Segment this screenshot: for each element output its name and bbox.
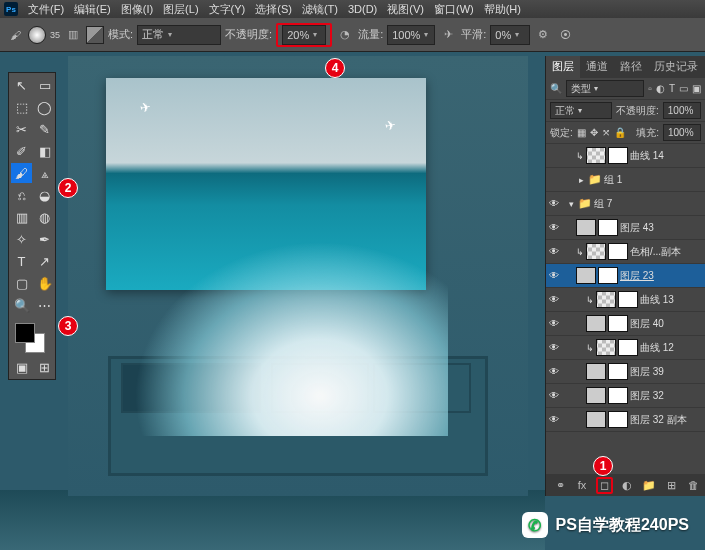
menu-item[interactable]: 文字(Y) [209,2,246,17]
brush-tool[interactable]: 🖌 [11,163,32,183]
menu-item[interactable]: 图层(L) [163,2,198,17]
mask-thumb[interactable] [618,339,638,356]
pressure-opacity-icon[interactable]: ◔ [336,26,354,44]
visibility-icon[interactable]: 👁 [546,246,562,257]
mask-thumb[interactable] [618,291,638,308]
hand-tool[interactable]: ✋ [34,273,55,293]
menu-item[interactable]: 窗口(W) [434,2,474,17]
layer-row[interactable]: 👁▾📁组 7 [546,192,705,216]
foreground-color-swatch[interactable] [15,323,35,343]
blend-mode-dropdown[interactable]: 正常▾ [550,102,612,119]
visibility-icon[interactable]: 👁 [546,270,562,281]
filter-text-icon[interactable]: T [669,83,675,94]
menu-item[interactable]: 文件(F) [28,2,64,17]
eyedropper-tool[interactable]: ✐ [11,141,32,161]
screen-mode-icon[interactable]: ⊞ [34,357,55,377]
new-layer-icon[interactable]: ⊞ [663,479,679,492]
gradient-tool[interactable]: ▥ [11,207,32,227]
layer-thumb[interactable] [596,291,616,308]
visibility-icon[interactable]: 👁 [546,366,562,377]
zoom-tool[interactable]: 🔍 [11,295,32,315]
filter-kind-dropdown[interactable]: 类型▾ [566,80,644,97]
artboard-tool[interactable]: ▭ [34,75,55,95]
filter-image-icon[interactable]: ▫ [648,83,652,94]
layer-row[interactable]: ↳曲线 14 [546,144,705,168]
tool-preset-icon[interactable]: 🖌 [6,26,24,44]
dodge-tool[interactable]: ✧ [11,229,32,249]
visibility-icon[interactable]: 👁 [546,390,562,401]
layer-row[interactable]: 👁图层 39 [546,360,705,384]
shape-tool[interactable]: ▢ [11,273,32,293]
brush-preview-icon[interactable] [28,26,46,44]
layer-name[interactable]: 图层 39 [630,365,703,379]
layer-style-icon[interactable]: fx [574,479,590,491]
menu-item[interactable]: 3D(D) [348,3,377,15]
layer-thumb[interactable] [586,315,606,332]
mask-thumb[interactable] [608,315,628,332]
layer-name[interactable]: 组 7 [594,197,703,211]
crop-tool[interactable]: ✂ [11,119,32,139]
tab-channels[interactable]: 通道 [580,56,614,78]
mask-thumb[interactable] [608,147,628,164]
layer-name[interactable]: 图层 40 [630,317,703,331]
new-group-icon[interactable]: 📁 [641,479,657,492]
layer-row[interactable]: 👁↳曲线 12 [546,336,705,360]
pen-tool[interactable]: ✒ [34,229,55,249]
mask-thumb[interactable] [598,219,618,236]
frame-tool[interactable]: ◧ [34,141,55,161]
layer-thumb[interactable] [576,267,596,284]
blur-tool[interactable]: ◍ [34,207,55,227]
visibility-icon[interactable]: 👁 [546,198,562,209]
layer-name[interactable]: 曲线 13 [640,293,703,307]
menu-item[interactable]: 选择(S) [255,2,292,17]
layer-thumb[interactable] [586,243,606,260]
marquee-tool[interactable]: ⬚ [11,97,32,117]
menu-item[interactable]: 帮助(H) [484,2,521,17]
blend-mode-dropdown[interactable]: 正常▾ [137,25,221,45]
link-layers-icon[interactable]: ⚭ [552,479,568,492]
search-icon[interactable]: 🔍 [550,83,562,94]
gear-icon[interactable]: ⚙ [534,26,552,44]
airbrush-icon[interactable]: ✈ [439,26,457,44]
layer-name[interactable]: 图层 32 [630,389,703,403]
eraser-tool[interactable]: ◒ [34,185,55,205]
layer-name[interactable]: 图层 23 [620,269,703,283]
add-mask-icon[interactable]: ◻ [600,479,609,491]
layer-row[interactable]: 👁↳色相/...副本 [546,240,705,264]
quick-select-tool[interactable]: ✎ [34,119,55,139]
layer-thumb[interactable] [586,363,606,380]
move-tool[interactable]: ↖ [11,75,32,95]
layer-thumb[interactable] [586,147,606,164]
visibility-icon[interactable]: 👁 [546,342,562,353]
symmetry-icon[interactable]: ⦿ [556,26,574,44]
tab-paths[interactable]: 路径 [614,56,648,78]
layer-thumb[interactable] [586,411,606,428]
lock-nest-icon[interactable]: ⤧ [602,127,610,138]
clone-tool[interactable]: ⎌ [11,185,32,205]
layer-row[interactable]: 👁图层 32 副本 [546,408,705,432]
layer-row[interactable]: 👁图层 23 [546,264,705,288]
panel-opacity-dropdown[interactable]: 100% [663,102,701,119]
adjustment-icon[interactable]: ◐ [619,479,635,492]
lock-position-icon[interactable]: ✥ [590,127,598,138]
filter-shape-icon[interactable]: ▭ [679,83,688,94]
visibility-icon[interactable]: 👁 [546,294,562,305]
filter-adj-icon[interactable]: ◐ [656,83,665,94]
tab-layers[interactable]: 图层 [546,56,580,78]
mask-thumb[interactable] [608,243,628,260]
layer-name[interactable]: 组 1 [604,173,703,187]
canvas-area[interactable]: ✈ ✈ [60,56,540,496]
path-tool[interactable]: ↗ [34,251,55,271]
tab-history[interactable]: 历史记录 [648,56,704,78]
fill-dropdown[interactable]: 100% [663,124,701,141]
menu-item[interactable]: 编辑(E) [74,2,111,17]
visibility-icon[interactable]: 👁 [546,222,562,233]
layer-thumb[interactable] [576,219,596,236]
lock-all-icon[interactable]: 🔒 [614,127,626,138]
visibility-icon[interactable]: 👁 [546,414,562,425]
layer-row[interactable]: 👁图层 40 [546,312,705,336]
layer-name[interactable]: 色相/...副本 [630,245,703,259]
trash-icon[interactable]: 🗑 [685,479,701,491]
visibility-icon[interactable]: 👁 [546,318,562,329]
layer-name[interactable]: 曲线 14 [630,149,703,163]
